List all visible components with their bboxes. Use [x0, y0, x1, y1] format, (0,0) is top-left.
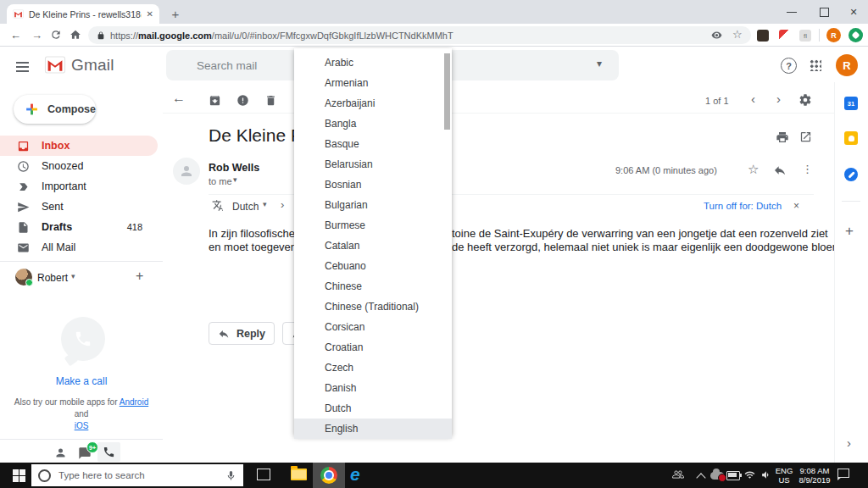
turn-off-translation-link[interactable]: Turn off for: Dutch	[704, 201, 782, 211]
android-link[interactable]: Android	[120, 397, 148, 407]
browser-reload-button[interactable]	[50, 29, 62, 41]
more-options-icon[interactable]: ⋮	[802, 163, 813, 175]
onedrive-icon[interactable]	[710, 472, 724, 480]
print-icon[interactable]	[776, 130, 789, 144]
tab-close-icon[interactable]: ✕	[147, 9, 153, 19]
gmail-logo-icon[interactable]	[44, 56, 66, 74]
start-button[interactable]	[13, 469, 25, 482]
settings-gear-icon[interactable]	[798, 93, 812, 107]
window-close-button[interactable]: ✕	[839, 0, 868, 24]
source-language-selector[interactable]: Dutch	[232, 201, 259, 213]
dropdown-item-corsican[interactable]: Corsican	[294, 317, 452, 337]
dropdown-item-catalan[interactable]: Catalan	[294, 236, 452, 256]
keep-icon[interactable]	[844, 131, 858, 145]
people-icon[interactable]	[671, 469, 685, 480]
extension-icon-1[interactable]	[757, 30, 769, 42]
open-in-new-icon[interactable]	[799, 130, 812, 143]
sidebar-item-important[interactable]: Important	[0, 176, 158, 197]
calendar-icon[interactable]: 31	[844, 97, 858, 110]
extension-icon-2[interactable]	[779, 30, 791, 42]
newer-chevron-button[interactable]: ‹	[751, 92, 755, 106]
taskbar-search-box[interactable]: Type here to search	[31, 464, 243, 486]
new-tab-button[interactable]: +	[166, 4, 185, 23]
bookmark-star-icon[interactable]: ☆	[732, 28, 743, 41]
dropdown-item-cebuano[interactable]: Cebuano	[294, 256, 452, 276]
ios-link[interactable]: iOS	[75, 421, 89, 430]
dropdown-item-armenian[interactable]: Armenian	[294, 73, 452, 93]
browser-home-button[interactable]	[70, 29, 81, 41]
hide-panel-chevron-button[interactable]: ›	[847, 435, 851, 450]
language-caret-icon[interactable]: ▾	[263, 200, 267, 208]
hangouts-account-name[interactable]: Robert	[37, 272, 68, 284]
sidebar-item-sent[interactable]: Sent	[0, 197, 158, 217]
browser-tab[interactable]: De Kleine Prins - rewells318@gm ✕	[7, 4, 159, 24]
file-explorer-button[interactable]	[291, 469, 307, 480]
dropdown-item-chinese-traditional[interactable]: Chinese (Traditional)	[294, 297, 452, 317]
report-spam-button[interactable]	[236, 94, 249, 107]
dropdown-item-english-selected[interactable]: English	[294, 419, 452, 439]
browser-forward-button[interactable]: →	[31, 29, 42, 42]
dropdown-item-chinese[interactable]: Chinese	[294, 276, 452, 297]
sender-avatar[interactable]	[173, 158, 200, 185]
dropdown-item-basque[interactable]: Basque	[294, 134, 452, 154]
dismiss-translate-icon[interactable]: ×	[793, 200, 799, 212]
archive-button[interactable]	[209, 94, 221, 107]
help-icon[interactable]: ?	[781, 58, 797, 74]
account-caret-icon[interactable]: ▾	[71, 272, 75, 280]
hangouts-phone-tab[interactable]	[97, 442, 120, 462]
compose-button[interactable]: Compose	[14, 95, 96, 124]
recipient-label[interactable]: to me	[209, 176, 232, 186]
delete-button[interactable]	[264, 94, 277, 107]
main-menu-hamburger-button[interactable]	[16, 59, 29, 75]
battery-icon[interactable]	[726, 471, 740, 480]
search-options-caret-icon[interactable]: ▾	[597, 58, 602, 69]
google-apps-grid-icon[interactable]	[810, 59, 821, 71]
tasks-icon[interactable]	[844, 168, 858, 181]
language-indicator[interactable]: ENG US	[773, 466, 795, 485]
browser-back-button[interactable]: ←	[10, 29, 21, 42]
sidebar-item-inbox[interactable]: Inbox	[0, 136, 158, 156]
microphone-icon[interactable]	[225, 470, 236, 481]
dropdown-item-bosnian[interactable]: Bosnian	[294, 175, 452, 195]
star-button[interactable]: ☆	[748, 162, 759, 177]
dropdown-item-czech[interactable]: Czech	[294, 358, 452, 378]
older-chevron-button[interactable]: ›	[776, 92, 781, 106]
gmail-logo-text[interactable]: Gmail	[71, 56, 114, 75]
task-view-button[interactable]	[257, 469, 270, 480]
wifi-icon[interactable]	[743, 469, 756, 480]
details-caret-icon[interactable]: ▾	[233, 175, 237, 184]
reply-button[interactable]: Reply	[209, 322, 275, 345]
dropdown-item-bangla[interactable]: Bangla	[294, 114, 452, 134]
get-addons-plus-button[interactable]: +	[845, 223, 854, 240]
sidebar-item-all-mail[interactable]: All Mail	[0, 237, 158, 258]
sender-name[interactable]: Rob Wells	[209, 162, 259, 174]
dropdown-item-burmese[interactable]: Burmese	[294, 215, 452, 236]
window-maximize-button[interactable]	[810, 0, 838, 24]
make-a-call-link[interactable]: Make a call	[0, 375, 163, 387]
dropdown-item-azerbaijani[interactable]: Azerbaijani	[294, 93, 452, 114]
dropdown-item-danish[interactable]: Danish	[294, 378, 452, 398]
edge-taskbar-button[interactable]: e	[350, 464, 360, 485]
dropdown-item-belarusian[interactable]: Belarusian	[294, 154, 452, 175]
dropdown-item-croatian[interactable]: Croatian	[294, 337, 452, 358]
account-photo-avatar[interactable]	[15, 269, 32, 286]
dropdown-item-arabic[interactable]: Arabic	[294, 53, 452, 73]
sidebar-item-snoozed[interactable]: Snoozed	[0, 156, 158, 176]
speaker-icon[interactable]	[760, 469, 772, 480]
window-minimize-button[interactable]	[777, 0, 806, 24]
back-to-inbox-button[interactable]: ←	[172, 91, 186, 106]
extension-icon-3[interactable]: fl	[799, 30, 811, 42]
reading-mode-eye-icon[interactable]	[711, 30, 722, 41]
dropdown-item-dutch[interactable]: Dutch	[294, 398, 452, 419]
action-center-button[interactable]	[837, 469, 849, 478]
new-conversation-plus-button[interactable]: +	[136, 269, 143, 284]
address-bar[interactable]: https://mail.google.com/mail/u/0/#inbox/…	[88, 26, 751, 44]
gmail-account-avatar[interactable]: R	[836, 54, 858, 76]
reply-icon-button[interactable]	[773, 164, 787, 177]
browser-profile-avatar[interactable]: R	[826, 28, 841, 42]
dropdown-item-bulgarian[interactable]: Bulgarian	[294, 195, 452, 215]
browser-extension-green-icon[interactable]	[849, 28, 863, 42]
sidebar-item-drafts[interactable]: Drafts 418	[0, 217, 158, 237]
dropdown-scrollbar-thumb[interactable]	[444, 53, 450, 130]
contacts-person-icon[interactable]	[54, 446, 67, 459]
